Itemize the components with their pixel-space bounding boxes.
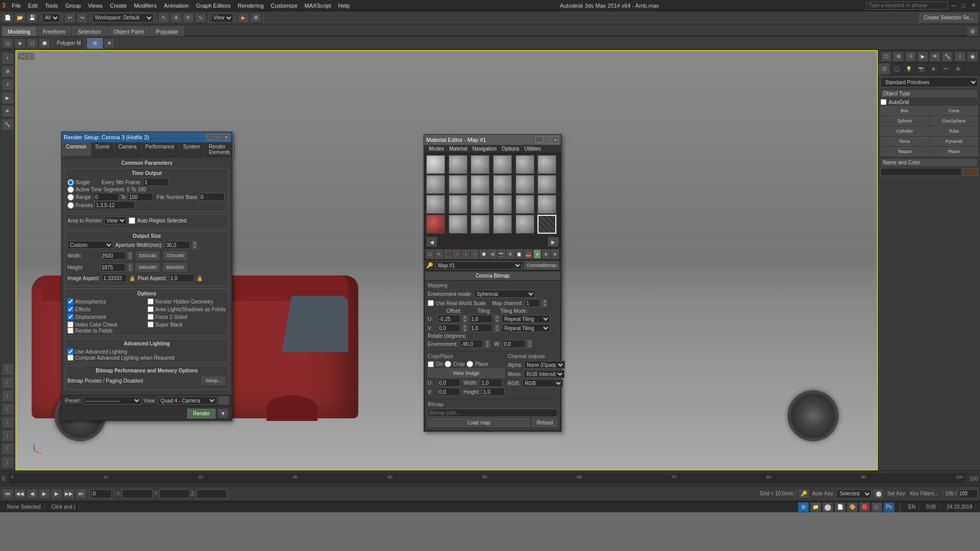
menu-modifiers[interactable]: Modifiers [131,2,160,10]
tab-populate[interactable]: Populate [150,27,183,36]
tab-freeform[interactable]: Freeform [37,27,71,36]
rp-icon-5[interactable]: 👁 [929,52,941,62]
mat-slot-3[interactable] [471,155,489,174]
load-map-btn[interactable]: Load map [428,418,530,427]
rp-extra-2[interactable]: ◉ [967,52,978,62]
obj-btn-teapot[interactable]: Teapot [880,147,929,156]
cb-super-black-input[interactable] [148,321,154,328]
pb-prev-key[interactable]: ◀◀ [14,489,26,499]
material-restore[interactable]: □ [544,136,551,143]
mat-slot-9[interactable] [471,175,489,194]
map-channel-spinner[interactable]: ▲ ▼ [542,299,547,307]
mat-slot-20[interactable] [449,215,468,234]
standard-primitives-select[interactable]: Standard Primitives [880,77,978,87]
mat-tool-11[interactable]: 📋 [516,249,523,259]
v-offset-up[interactable]: ▲ [462,324,468,328]
obj-btn-cylinder[interactable]: Cylinder [880,127,929,136]
rp-icon-3[interactable]: ⚛ [905,52,916,62]
v-tiling-up[interactable]: ▲ [495,324,500,328]
mat-tool-15[interactable]: ⊗ [551,249,559,259]
mat-slot-24[interactable] [537,215,556,234]
obj-btn-pyramid[interactable]: Pyramid [930,137,978,146]
mat-slot-5[interactable] [516,155,534,174]
preset-320[interactable]: 320x240 [135,251,160,261]
menu-views[interactable]: Views [85,2,106,10]
toolbar-save[interactable]: 💾 [27,13,38,23]
rgb-select[interactable]: RGB [522,379,563,387]
u-tiling-input[interactable] [470,315,493,323]
toolbar-undo[interactable]: ↩ [64,13,76,23]
frames-input[interactable] [94,201,135,209]
mat-slot-16[interactable] [493,195,512,214]
view-select[interactable]: Quad 4 - Camera [158,396,216,405]
width-crop-input[interactable] [480,379,503,387]
mat-slot-7[interactable] [426,175,445,194]
u-tiling-down[interactable]: ▼ [495,319,500,323]
rp-icon-2[interactable]: ⚙ [893,52,904,62]
mat-slot-21[interactable] [471,215,489,234]
height-down[interactable]: ▼ [128,267,133,271]
rp-icon-4[interactable]: ▶ [917,52,928,62]
height-input[interactable] [100,263,126,271]
cb-force-2sided-input[interactable] [148,314,154,320]
mat-tool-1[interactable]: ⬡ [426,249,434,259]
rp-tab-lights[interactable]: 💡 [903,63,915,74]
mat-tool-8[interactable]: ⊞ [488,249,496,259]
aperture-down[interactable]: ▼ [192,245,198,249]
cb-area-lights-input[interactable] [148,306,154,312]
mat-menu-modes[interactable]: Modes [426,145,447,153]
range-to-input[interactable] [128,193,153,201]
menu-tools[interactable]: Tools [42,2,61,10]
name-input[interactable] [880,168,962,176]
cb-compute-adv-lighting-input[interactable] [67,355,74,361]
sidebar-extras2[interactable]: ⋮ [2,377,14,389]
mat-slot-10[interactable] [493,175,512,194]
view-lock-btn[interactable] [218,396,229,405]
height-up[interactable]: ▲ [128,263,133,267]
mono-select[interactable]: RGB Intensity [524,370,565,378]
cb-displacement-input[interactable] [67,314,74,320]
u-offset-up[interactable]: ▲ [462,315,468,319]
anim-mode-select[interactable]: Selected [836,489,872,498]
rp-tab-systems[interactable]: ⚙ [952,63,964,74]
taskbar-explorer[interactable]: 📁 [810,502,821,512]
mat-tool-13[interactable]: ★ [533,249,541,259]
timeline-track[interactable]: 010203040 5060708090100 [9,473,966,484]
view-image-btn[interactable]: View Image [428,368,505,378]
mat-slot-22[interactable] [493,215,512,234]
create-selection-btn[interactable]: Create Selection Se... [919,13,978,22]
u-crop-input[interactable] [437,379,460,387]
sidebar-extras8[interactable]: ⋮ [2,456,14,468]
reload-btn[interactable]: Reload [532,418,557,427]
taskbar-windows[interactable]: ⊞ [798,502,809,512]
search-input[interactable] [866,2,948,10]
frame-input[interactable] [91,489,112,498]
rp-icon-1[interactable]: ⬡ [880,52,892,62]
pb-play[interactable]: ▶ [39,489,50,499]
time-end-input[interactable] [958,489,978,498]
taskbar-chrome[interactable]: ⬤ [822,502,834,512]
map-channel-input[interactable] [525,299,540,307]
v-tiling-down[interactable]: ▼ [495,328,500,332]
pb-next-key[interactable]: ▶▶ [63,489,75,499]
real-world-check[interactable] [428,300,434,306]
env-mode-select[interactable]: Spherical [474,290,535,298]
rp-tab-geometry[interactable]: ⬡ [878,63,891,74]
mat-menu-navigation[interactable]: Navigation [470,145,499,153]
v-offset-down[interactable]: ▼ [462,328,468,332]
bitmap-setup-btn[interactable]: Setup... [201,375,226,386]
cb-effects-input[interactable] [67,306,74,312]
env-rotate-input[interactable] [460,340,483,348]
u-offset-down[interactable]: ▼ [462,319,468,323]
sidebar-motion[interactable]: ▶ [2,92,14,104]
mat-tool-12[interactable]: 📥 [524,249,532,259]
color-swatch[interactable] [963,168,978,176]
aperture-spinner[interactable]: ▲ ▼ [192,241,198,249]
poly-btn-1[interactable]: ◻ [2,38,13,48]
preset-800[interactable]: 800x600 [162,262,188,272]
mat-slot-13[interactable] [426,195,445,214]
cb-use-adv-lighting-input[interactable] [67,348,74,355]
mat-slot-11[interactable] [516,175,534,194]
sidebar-extras4[interactable]: ⋮ [2,403,14,415]
menu-rendering[interactable]: Rendering [235,2,267,10]
